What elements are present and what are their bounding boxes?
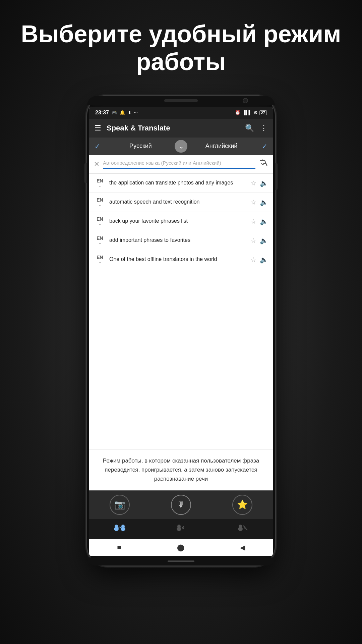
status-download-icon: ⬇ [128, 110, 131, 115]
favorite-icon-4[interactable]: ☆ [250, 256, 256, 264]
phone-notch [87, 96, 275, 105]
mode-tab-audio[interactable] [171, 522, 191, 536]
language-swap-button[interactable]: ⌄ [174, 139, 188, 154]
phone-camera [243, 98, 248, 103]
audio-icon-1[interactable]: 🔈 [260, 198, 268, 206]
lang-badge-0: EN ⌄ [94, 178, 106, 188]
lang-left-check-icon: ✓ [89, 142, 100, 150]
title-line2: работы [136, 48, 226, 75]
status-time: 23:37 [95, 110, 109, 116]
clear-input-icon[interactable]: ✕ [94, 160, 100, 168]
status-wifi-icon: ⊙ [254, 110, 257, 115]
favorite-icon-1[interactable]: ☆ [250, 198, 256, 206]
status-signal-icon: ▐▌▌ [242, 110, 252, 115]
phone-volume-button [84, 163, 87, 183]
item-text-3[interactable]: add important phrases to favorites [109, 236, 247, 244]
favorite-icon-2[interactable]: ☆ [250, 217, 256, 225]
more-options-icon[interactable]: ⋮ [260, 124, 267, 132]
conversation-icon [113, 523, 126, 535]
search-icon[interactable]: 🔍 [245, 124, 254, 132]
item-text-1[interactable]: automatic speech and text recognition [109, 198, 247, 206]
audio-icon-4[interactable]: 🔈 [260, 256, 268, 264]
audio-mode-icon [175, 523, 187, 535]
translation-input[interactable]: Автоопределение языка (Русский или Англи… [103, 159, 255, 169]
microphone-button[interactable]: 🎙 [171, 495, 191, 515]
status-right: ⏰ ▐▌▌ ⊙ 27 [235, 110, 267, 115]
title-line1: Выберите удобный режим [21, 20, 341, 47]
camera-button[interactable]: 📷 [110, 495, 130, 515]
item-text-4[interactable]: One of the best offline translators in t… [109, 256, 247, 263]
status-game-icon: 🎮 [112, 110, 117, 115]
favorite-icon-3[interactable]: ☆ [250, 236, 256, 245]
svg-rect-11 [239, 527, 242, 528]
nav-stop-button[interactable]: ■ [117, 543, 121, 551]
svg-rect-4 [115, 527, 118, 528]
language-bar: ✓ Русский ⌄ Английский ✓ [89, 138, 273, 155]
search-placeholder: Автоопределение языка (Русский или Англи… [103, 160, 221, 166]
app-toolbar: ☰ Speak & Translate 🔍 ⋮ [89, 119, 273, 138]
page-title: Выберите удобный режим работы [1, 20, 361, 76]
chevron-down-icon: ⌄ [178, 142, 184, 150]
favorite-icon-0[interactable]: ☆ [250, 179, 256, 187]
lang-badge-4: EN ⌄ [94, 255, 106, 264]
status-alarm-icon: ⏰ [235, 110, 240, 115]
mode-tab-silent[interactable] [232, 522, 253, 536]
phone-bottom [87, 557, 275, 566]
status-bar: 23:37 🎮 🔔 ⬇ ··· ⏰ ▐▌▌ ⊙ 27 [89, 107, 273, 119]
silent-mode-icon [236, 523, 249, 535]
bottom-actions: 📷 🎙 ⭐ [89, 490, 273, 519]
status-battery: 27 [259, 110, 267, 115]
translate-icon[interactable] [259, 158, 268, 170]
phone-power-button [275, 163, 278, 190]
star-icon: ⭐ [237, 499, 248, 510]
svg-rect-8 [178, 527, 180, 528]
mode-tab-conversation[interactable] [109, 522, 130, 536]
translation-output-text: Режим работы, в котором сказанная пользо… [103, 458, 259, 482]
lang-badge-1: EN ⌄ [94, 198, 106, 207]
list-item: EN ⌄ automatic speech and text recogniti… [89, 193, 273, 212]
lang-badge-3: EN ⌄ [94, 236, 106, 245]
phone-mockup: 23:37 🎮 🔔 ⬇ ··· ⏰ ▐▌▌ ⊙ 27 ☰ Speak & Tra… [87, 96, 275, 566]
translation-list: EN ⌄ the application can translate photo… [89, 174, 273, 449]
microphone-icon: 🎙 [177, 499, 185, 510]
phone-speaker [164, 99, 198, 102]
svg-rect-5 [122, 527, 124, 528]
app-title: Speak & Translate [107, 124, 245, 132]
status-left: 23:37 🎮 🔔 ⬇ ··· [95, 110, 138, 116]
list-item: EN ⌄ One of the best offline translators… [89, 250, 273, 269]
lang-right-check-icon: ✓ [262, 142, 273, 150]
audio-icon-3[interactable]: 🔈 [260, 236, 268, 245]
mode-tabs [89, 519, 273, 539]
camera-icon: 📷 [114, 499, 125, 510]
menu-icon[interactable]: ☰ [95, 124, 101, 132]
system-nav-bar: ■ ⬤ ◀ [89, 539, 273, 556]
audio-icon-2[interactable]: 🔈 [260, 217, 268, 225]
translation-output: Режим работы, в котором сказанная пользо… [89, 449, 273, 490]
svg-line-12 [243, 526, 247, 530]
list-item: EN ⌄ the application can translate photo… [89, 174, 273, 193]
item-text-2[interactable]: back up your favorite phrases list [109, 217, 247, 225]
phone-screen: 23:37 🎮 🔔 ⬇ ··· ⏰ ▐▌▌ ⊙ 27 ☰ Speak & Tra… [89, 107, 273, 556]
item-text-0[interactable]: the application can translate photos and… [109, 179, 247, 186]
nav-home-button[interactable]: ⬤ [177, 543, 184, 551]
search-area: ✕ Автоопределение языка (Русский или Анг… [89, 155, 273, 174]
favorites-button[interactable]: ⭐ [232, 495, 252, 515]
nav-back-button[interactable]: ◀ [240, 543, 245, 551]
audio-icon-0[interactable]: 🔈 [260, 179, 268, 187]
status-dots: ··· [134, 110, 138, 115]
language-target[interactable]: Английский [181, 143, 262, 150]
lang-badge-2: EN ⌄ [94, 217, 106, 226]
language-source[interactable]: Русский [100, 143, 181, 150]
home-indicator [168, 560, 194, 562]
toolbar-icons: 🔍 ⋮ [245, 124, 267, 132]
status-bell-icon: 🔔 [120, 110, 125, 115]
list-item: EN ⌄ back up your favorite phrases list … [89, 212, 273, 231]
list-item: EN ⌄ add important phrases to favorites … [89, 231, 273, 250]
